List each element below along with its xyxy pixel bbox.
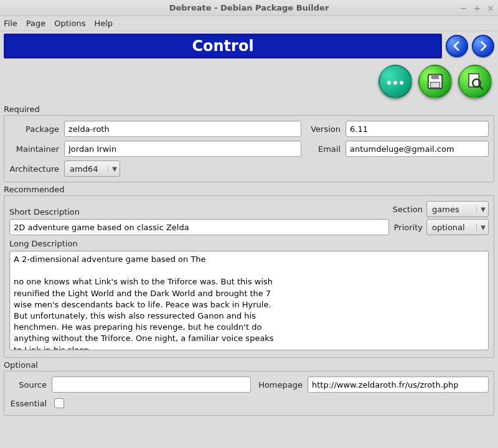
essential-checkbox[interactable]	[54, 398, 64, 408]
architecture-select[interactable]: amd64 ▼	[64, 161, 120, 177]
package-label: Package	[9, 124, 59, 134]
maintainer-label: Maintainer	[9, 144, 59, 154]
email-input[interactable]	[345, 141, 489, 157]
close-icon[interactable]: ×	[487, 3, 494, 13]
chevron-down-icon: ▼	[476, 224, 486, 231]
long-description-textarea[interactable]	[9, 251, 489, 350]
svg-line-5	[480, 86, 483, 90]
next-page-button[interactable]	[472, 35, 494, 57]
menu-options[interactable]: Options	[54, 19, 85, 28]
save-button[interactable]	[418, 65, 452, 98]
arrow-right-icon	[477, 40, 489, 52]
architecture-label: Architecture	[9, 164, 59, 174]
menubar: File Page Options Help	[0, 16, 498, 31]
essential-label: Essential	[9, 399, 47, 408]
source-input[interactable]	[52, 376, 251, 393]
chevron-down-icon: ▼	[108, 166, 117, 172]
long-description-label: Long Description	[9, 239, 489, 248]
priority-select[interactable]: optional ▼	[426, 219, 489, 235]
optional-section-label: Optional	[0, 358, 498, 371]
section-value: games	[432, 205, 459, 214]
maintainer-input[interactable]	[64, 141, 301, 157]
package-input[interactable]	[64, 121, 301, 137]
source-label: Source	[9, 380, 47, 390]
architecture-value: amd64	[70, 164, 98, 174]
homepage-input[interactable]	[308, 376, 489, 393]
window-titlebar: Debreate - Debian Package Builder − + ×	[0, 0, 498, 16]
short-description-input[interactable]	[9, 219, 389, 235]
svg-rect-1	[431, 75, 439, 80]
save-icon	[426, 72, 444, 91]
svg-rect-2	[431, 82, 440, 88]
homepage-label: Homepage	[256, 380, 303, 390]
priority-value: optional	[432, 223, 465, 232]
menu-file[interactable]: File	[4, 19, 17, 28]
chevron-down-icon: ▼	[476, 206, 486, 213]
version-input[interactable]	[345, 121, 489, 137]
more-options-button[interactable]	[378, 65, 412, 98]
maximize-icon[interactable]: +	[474, 3, 481, 13]
menu-help[interactable]: Help	[94, 19, 113, 28]
magnifier-page-icon	[466, 72, 484, 91]
section-label: Section	[393, 205, 423, 214]
menu-page[interactable]: Page	[26, 19, 45, 28]
required-section-label: Required	[0, 102, 498, 115]
required-group: Package Version Maintainer Email Archite…	[4, 115, 494, 182]
preview-button[interactable]	[458, 65, 492, 98]
email-label: Email	[306, 144, 341, 154]
optional-group: Source Homepage Essential	[4, 371, 494, 416]
recommended-group: Section games ▼ Short Description Priori…	[4, 195, 494, 358]
window-title: Debreate - Debian Package Builder	[0, 3, 498, 12]
recommended-section-label: Recommended	[0, 182, 498, 195]
minimize-icon[interactable]: −	[460, 3, 467, 13]
arrow-left-icon	[451, 40, 463, 52]
page-banner: Control	[4, 34, 442, 58]
priority-label: Priority	[394, 223, 423, 232]
prev-page-button[interactable]	[446, 35, 468, 57]
ellipsis-icon	[386, 77, 405, 86]
version-label: Version	[306, 124, 341, 134]
section-select[interactable]: games ▼	[426, 201, 489, 217]
